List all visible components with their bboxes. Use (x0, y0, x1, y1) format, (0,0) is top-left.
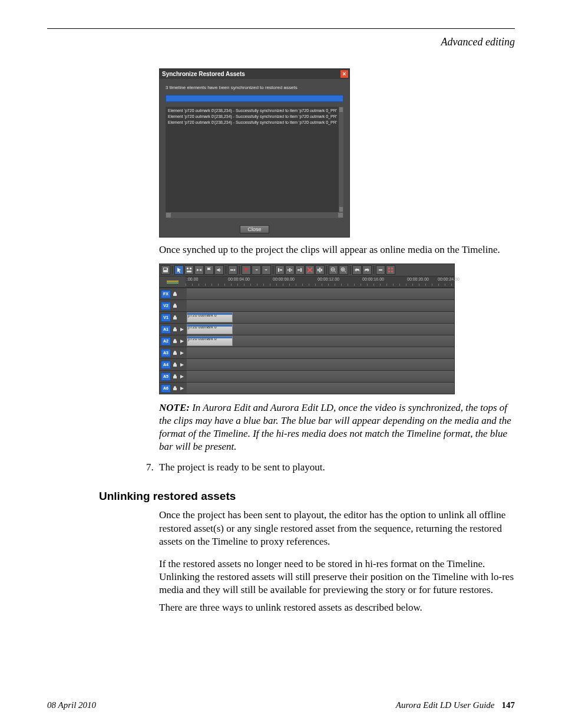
track-head[interactable]: V2 (160, 300, 187, 311)
lock-icon[interactable] (172, 291, 178, 297)
play-icon[interactable] (179, 350, 185, 356)
mark-out-icon[interactable] (262, 265, 271, 275)
delete-icon[interactable] (305, 265, 315, 275)
play-icon[interactable] (179, 327, 185, 332)
section-heading: Unlinking restored assets (99, 490, 515, 503)
scissors-icon[interactable] (194, 265, 204, 275)
timeline-clip[interactable]: p720 outmark 0 (187, 312, 233, 322)
timeline-track: A2p720 outmark 0 (160, 335, 454, 347)
trim-in-icon[interactable] (275, 265, 285, 275)
numbered-step: 7. The project is ready to be sent to pl… (146, 462, 515, 473)
ruler-tick: 00:00:04.00 (228, 277, 250, 281)
body-paragraph: Once synched up to the project the clips… (159, 243, 515, 256)
ruler-tick: 00:00:20.00 (407, 277, 429, 281)
track-head[interactable]: A1 (160, 324, 187, 335)
body-paragraph: There are three ways to unlink restored … (159, 601, 515, 614)
track-label: A4 (161, 361, 171, 369)
sync-dialog: Synchronize Restored Assets × 3 timeline… (159, 68, 350, 238)
track-head[interactable]: A5 (160, 371, 187, 382)
grid-icon[interactable] (386, 265, 395, 275)
time-ruler[interactable]: :00.00 00:00:04.00 00:00:08.00 00:00:12.… (186, 276, 454, 287)
track-body[interactable] (187, 359, 454, 370)
footer-date: 08 April 2010 (47, 700, 96, 710)
track-head[interactable]: A2 (160, 335, 187, 347)
lock-icon[interactable] (172, 350, 178, 356)
razor-icon[interactable] (184, 265, 194, 275)
close-button[interactable]: Close (240, 225, 269, 233)
play-icon[interactable] (179, 374, 185, 380)
section-header: Advanced editing (47, 36, 515, 48)
track-body[interactable]: p720 outmark 0 (187, 324, 454, 335)
mark-in-icon[interactable] (252, 265, 261, 275)
zoom-out-icon[interactable] (329, 265, 338, 275)
track-head[interactable]: FX (160, 288, 187, 299)
link-icon[interactable] (376, 265, 385, 275)
lock-icon[interactable] (172, 374, 178, 380)
timeline-toolbar (160, 264, 454, 276)
track-body[interactable]: p720 outmark 0 (187, 335, 454, 347)
redo-icon[interactable] (362, 265, 372, 275)
timeline-track: A5 (160, 370, 454, 382)
scrollbar-vertical[interactable] (339, 107, 343, 212)
zoom-in-icon[interactable] (339, 265, 348, 275)
track-body[interactable] (187, 300, 454, 311)
body-paragraph: If the restored assets no longer need to… (159, 558, 515, 597)
log-line: Element 'p720 outmark 0'(238,234) - Succ… (168, 120, 341, 126)
play-icon[interactable] (179, 386, 185, 391)
timeline-track: A3 (160, 347, 454, 358)
page-footer: 08 April 2010 Aurora Edit LD User Guide … (47, 700, 515, 710)
body-paragraph: Once the project has been sent to playou… (159, 509, 515, 548)
scrollbar-horizontal[interactable] (166, 212, 343, 218)
track-label: FX (161, 290, 171, 298)
lock-icon[interactable] (172, 315, 178, 321)
track-head[interactable]: A6 (160, 383, 187, 394)
track-body[interactable] (187, 371, 454, 382)
track-body[interactable] (187, 288, 454, 299)
note-lead: NOTE: (159, 402, 192, 413)
track-label: V1 (161, 314, 171, 322)
timeline-clip[interactable]: p720 outmark 0 (187, 336, 233, 346)
track-body[interactable] (187, 383, 454, 394)
log-line: Element 'p720 outmark 0'(238,234) - Succ… (168, 114, 341, 120)
timeline-track: V2 (160, 299, 454, 311)
mark-v-icon[interactable] (242, 265, 251, 275)
lock-icon[interactable] (172, 386, 178, 391)
trim-out-icon[interactable] (295, 265, 305, 275)
timeline-panel: :00.00 00:00:04.00 00:00:08.00 00:00:12.… (159, 263, 455, 394)
timeline-clip[interactable]: p720 outmark 0 (187, 324, 233, 334)
ruler-tick: 00:00:24.00 (438, 277, 459, 281)
timeline-track: V1p720 outmark 0 (160, 311, 454, 323)
save-icon[interactable] (161, 265, 170, 275)
track-head[interactable]: V1 (160, 312, 187, 323)
fit-icon[interactable] (315, 265, 325, 275)
ruler-tick: 00:00:16.00 (362, 277, 384, 281)
dialog-title-text: Synchronize Restored Assets (162, 71, 245, 77)
dialog-titlebar: Synchronize Restored Assets × (160, 69, 349, 79)
undo-icon[interactable] (352, 265, 362, 275)
dialog-log: Element 'p720 outmark 0'(238,234) - Succ… (166, 107, 343, 212)
track-head[interactable]: A3 (160, 347, 187, 358)
track-label: V2 (161, 302, 171, 310)
track-body[interactable] (187, 347, 454, 358)
step-number: 7. (146, 462, 159, 473)
close-icon[interactable]: × (340, 70, 348, 78)
lock-icon[interactable] (172, 327, 178, 332)
flag-icon[interactable] (204, 265, 214, 275)
timeline-track: A1p720 outmark 0 (160, 323, 454, 335)
track-body[interactable]: p720 outmark 0 (187, 312, 454, 323)
trim-both-icon[interactable] (285, 265, 295, 275)
track-label: A2 (161, 337, 171, 345)
speaker-icon[interactable] (214, 265, 224, 275)
lock-icon[interactable] (172, 362, 178, 368)
insert-icon[interactable] (228, 265, 237, 275)
play-icon[interactable] (179, 338, 185, 344)
ruler-tick: 00:00:12.00 (318, 277, 339, 281)
track-head[interactable]: A4 (160, 359, 187, 370)
footer-book: Aurora Edit LD User Guide (396, 700, 495, 710)
play-icon[interactable] (179, 362, 185, 368)
log-line: Element 'p720 outmark 0'(238,234) - Succ… (168, 108, 341, 114)
lock-icon[interactable] (172, 338, 178, 344)
ruler-tick: :00.00 (187, 277, 198, 281)
lock-icon[interactable] (172, 303, 178, 309)
pointer-icon[interactable] (174, 265, 184, 275)
